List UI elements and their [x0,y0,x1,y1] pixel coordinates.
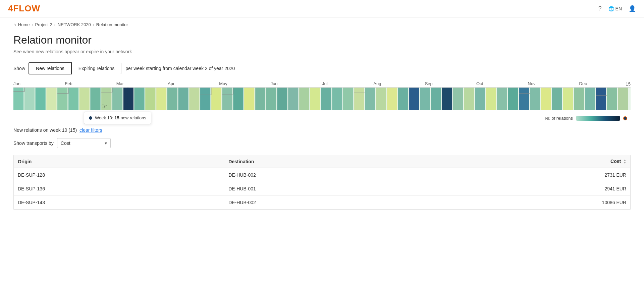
page-title: Relation monitor [13,34,631,46]
svg-rect-53 [585,88,595,110]
heatmap-max: 15 [626,81,631,86]
breadcrumb-network[interactable]: NETWORK 2020 [58,22,91,27]
svg-rect-9 [101,88,111,110]
nav-icons: ? 🌐 EN 👤 [598,5,636,12]
svg-rect-49 [541,88,551,110]
svg-rect-16 [178,88,189,110]
svg-rect-11 [123,88,133,110]
svg-rect-2 [24,88,35,110]
col-cost[interactable]: Cost ▲ ▼ [437,155,630,168]
svg-rect-48 [530,88,540,110]
month-may: May [219,81,270,86]
svg-rect-47 [519,88,529,110]
transport-select[interactable]: Cost ▾ [57,138,111,148]
breadcrumb-project[interactable]: Project 2 [35,22,52,27]
svg-rect-7 [79,88,90,110]
breadcrumb-current: Relation monitor [96,22,128,27]
svg-rect-13 [145,88,155,110]
month-jun: Jun [271,81,322,86]
svg-rect-18 [200,88,210,110]
table-header: Origin Destination Cost ▲ ▼ [14,155,630,168]
filter-text: New relations on week 10 (15) [13,127,77,133]
svg-rect-6 [68,88,78,110]
breadcrumb: ⌂ Home › Project 2 › NETWORK 2020 › Rela… [0,17,644,27]
cell-cost: 2941 EUR [437,182,630,196]
filter-row: New relations on week 10 (15) clear filt… [13,127,631,133]
transport-label: Show transports by [13,140,54,146]
legend-selected-dot [623,116,627,120]
svg-rect-20 [222,88,232,110]
svg-rect-28 [310,88,320,110]
help-icon[interactable]: ? [598,5,602,12]
svg-rect-51 [563,88,573,110]
svg-rect-15 [167,88,177,110]
cell-destination: DE-HUB-002 [224,196,437,210]
transport-row: Show transports by Cost ▾ [13,138,631,148]
table-row[interactable]: DE-SUP-128 DE-HUB-002 2731 EUR [14,168,630,182]
svg-rect-32 [354,88,364,110]
month-apr: Apr [168,81,219,86]
breadcrumb-sep-2: › [54,22,56,27]
table-header-row: Origin Destination Cost ▲ ▼ [14,155,630,168]
svg-rect-1 [13,88,23,110]
user-icon[interactable]: 👤 [629,5,636,12]
tab-new-relations[interactable]: New relations [29,62,72,74]
cell-origin: DE-SUP-128 [14,168,224,182]
tooltip: Week 10: 15 new relations [84,112,151,124]
show-row: Show New relations Expiring relations pe… [13,62,631,74]
svg-rect-29 [321,88,331,110]
cell-origin: DE-SUP-136 [14,182,224,196]
svg-rect-8 [90,88,100,110]
svg-rect-36 [398,88,408,110]
month-dec: Dec [579,81,631,86]
breadcrumb-home[interactable]: Home [18,22,30,27]
month-jul: Jul [322,81,373,86]
svg-rect-43 [475,88,485,110]
svg-rect-56 [618,88,628,110]
tooltip-dot [89,116,92,120]
svg-rect-22 [244,88,254,110]
table-scroll[interactable]: Origin Destination Cost ▲ ▼ [13,155,631,210]
logo: 4FLOW [8,3,40,14]
page-subtitle: See when new relations appear or expire … [13,49,631,54]
svg-rect-24 [266,88,276,110]
cell-origin: DE-SUP-143 [14,196,224,210]
home-icon: ⌂ [13,22,16,27]
dropdown-arrow-icon: ▾ [105,140,107,146]
svg-rect-23 [255,88,265,110]
top-nav: 4FLOW ? 🌐 EN 👤 [0,0,644,17]
svg-rect-3 [36,88,46,110]
table-row[interactable]: DE-SUP-136 DE-HUB-001 2941 EUR [14,182,630,196]
svg-rect-12 [134,88,144,110]
table-row[interactable]: DE-SUP-143 DE-HUB-002 10086 EUR [14,196,630,210]
svg-rect-35 [387,88,397,110]
show-label: Show [13,66,25,71]
sort-icons[interactable]: ▲ ▼ [624,159,626,164]
svg-rect-41 [453,88,463,110]
cell-cost: 10086 EUR [437,196,630,210]
language-selector[interactable]: 🌐 EN [608,6,622,11]
svg-rect-42 [464,88,474,110]
col-destination: Destination [224,155,437,168]
month-mar: Mar [116,81,168,86]
month-nov: Nov [528,81,579,86]
svg-rect-33 [365,88,375,110]
svg-rect-27 [299,88,309,110]
svg-rect-31 [343,88,353,110]
svg-rect-34 [376,88,386,110]
heatmap[interactable]: 15 [13,88,631,110]
clear-filters-button[interactable]: clear filters [79,127,102,133]
tab-expiring-relations[interactable]: Expiring relations [72,63,121,74]
month-sep: Sep [425,81,476,86]
cell-destination: DE-HUB-001 [224,182,437,196]
lang-label: EN [615,6,622,11]
svg-rect-25 [277,88,287,110]
svg-rect-5 [57,88,67,110]
col-origin: Origin [14,155,224,168]
transport-selected-value: Cost [61,140,70,146]
svg-rect-37 [409,88,419,110]
svg-rect-17 [189,88,199,110]
heatmap-svg[interactable] [13,88,631,110]
svg-rect-19 [211,88,221,110]
svg-rect-14 [156,88,166,110]
